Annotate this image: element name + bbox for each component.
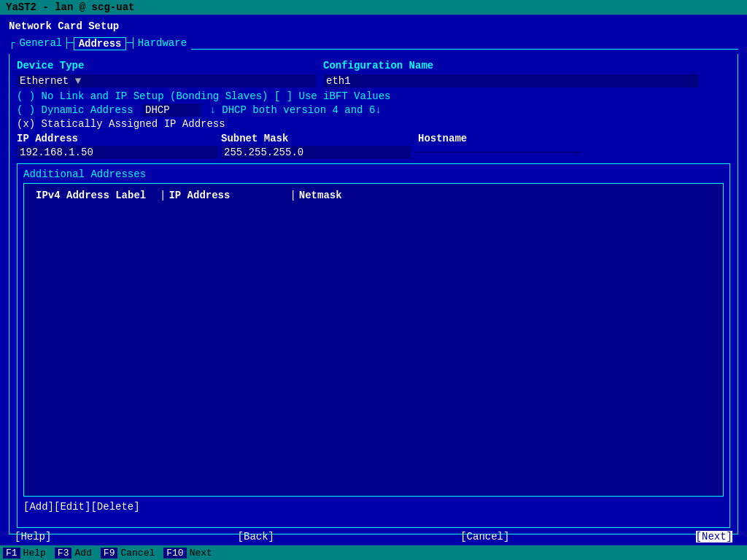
dhcp-field[interactable]: DHCP	[142, 104, 201, 117]
f1-label: Help	[23, 548, 46, 559]
column-headers: Device Type Configuration Name	[17, 60, 730, 71]
f10-key[interactable]: F10	[163, 548, 186, 559]
f10-label: Next	[190, 548, 212, 559]
f9-key[interactable]: F9	[101, 548, 118, 559]
f9-label: Cancel	[120, 548, 155, 559]
subnet-mask-label: Subnet Mask	[221, 133, 418, 144]
col-header-netmask: Netmask	[296, 190, 342, 201]
form-area: Device Type Configuration Name Ethernet …	[9, 54, 738, 534]
additional-addresses-title: Additional Addresses	[23, 168, 724, 180]
address-table: IPv4 Address Label | IP Address | Netmas…	[23, 183, 724, 497]
tab-address[interactable]: Address	[74, 37, 127, 50]
col-header-ip: IP Address	[166, 190, 290, 201]
radio-dynamic: ( ) Dynamic Address DHCP ↓ DHCP both ver…	[17, 104, 730, 117]
title-bar: YaST2 - lan @ scg-uat	[0, 0, 747, 15]
window-title: Network Card Setup	[9, 20, 738, 32]
action-buttons: [Add] [Edit] [Delete]	[23, 501, 724, 513]
next-button[interactable]: [Next]	[696, 531, 732, 542]
additional-addresses-section: Additional Addresses IPv4 Address Label …	[17, 163, 730, 528]
config-name-label: Configuration Name	[323, 60, 433, 71]
device-type-field[interactable]: Ethernet ▼	[17, 74, 316, 88]
ip-address-field[interactable]: 192.168.1.50	[17, 146, 217, 159]
hostname-label: Hostname	[418, 133, 467, 144]
tab-general[interactable]: General	[15, 37, 67, 49]
hostname-field[interactable]	[414, 152, 582, 153]
device-type-label: Device Type	[17, 60, 323, 71]
ip-subnet-hostname-labels: IP Address Subnet Mask Hostname	[17, 133, 730, 144]
radio-static: (x) Statically Assigned IP Address	[17, 118, 730, 130]
cancel-button[interactable]: [Cancel]	[460, 531, 509, 542]
subnet-mask-field[interactable]: 255.255.255.0	[221, 146, 411, 159]
back-button[interactable]: [Back]	[238, 531, 274, 542]
f3-label: Add	[74, 548, 91, 559]
table-body	[30, 204, 717, 489]
function-bar: F1 Help F3 Add F9 Cancel F10 Next	[0, 545, 747, 560]
config-name-field[interactable]: eth1	[323, 74, 699, 88]
ip-values-row: 192.168.1.50 255.255.255.0	[17, 146, 730, 159]
ip-address-label: IP Address	[17, 133, 221, 144]
device-config-row: Ethernet ▼ eth1	[17, 74, 730, 88]
main-content: Network Card Setup ┌ General ─ Address ─…	[0, 15, 747, 531]
edit-button[interactable]: [Edit]	[54, 501, 90, 513]
bottom-nav: [Help] [Back] [Cancel] [Next]	[0, 528, 747, 545]
title-text: YaST2 - lan @ scg-uat	[6, 1, 134, 13]
delete-button[interactable]: [Delete]	[90, 501, 139, 513]
tab-bar: ┌ General ─ Address ─ Hardware	[9, 36, 738, 50]
help-button[interactable]: [Help]	[15, 531, 51, 542]
f1-key[interactable]: F1	[3, 548, 20, 559]
add-button[interactable]: [Add]	[23, 501, 54, 513]
col-header-label: IPv4 Address Label	[36, 190, 160, 201]
table-header-row: IPv4 Address Label | IP Address | Netmas…	[30, 187, 717, 204]
radio-no-link: ( ) No Link and IP Setup (Bonding Slaves…	[17, 90, 730, 102]
tab-hardware[interactable]: Hardware	[133, 37, 191, 49]
f3-key[interactable]: F3	[55, 548, 72, 559]
